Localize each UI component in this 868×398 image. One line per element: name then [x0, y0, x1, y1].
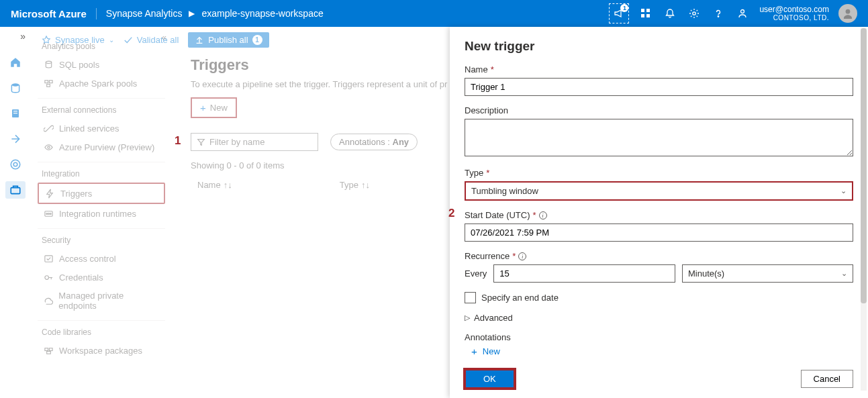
- start-date-label: Start Date (UTC): [465, 210, 530, 220]
- svg-point-5: [718, 16, 719, 17]
- nav-group-code: Code libraries: [42, 328, 165, 337]
- info-icon[interactable]: i: [539, 211, 547, 219]
- svg-rect-2: [641, 14, 644, 17]
- start-date-input[interactable]: [465, 223, 853, 242]
- svg-rect-18: [46, 84, 50, 87]
- ok-button[interactable]: OK: [465, 369, 515, 389]
- feedback-icon[interactable]: [735, 6, 750, 21]
- crumb-workspace[interactable]: example-synapse-workspace: [201, 8, 323, 19]
- access-control-icon: [43, 253, 54, 264]
- nav-workspace-packages[interactable]: Workspace packages: [38, 341, 165, 360]
- rail-integrate-icon[interactable]: [5, 130, 26, 148]
- annotation-new-button[interactable]: + New: [471, 346, 853, 357]
- svg-rect-27: [49, 348, 52, 350]
- callout-1: 1: [175, 134, 181, 148]
- user-info[interactable]: user@contoso.com CONTOSO, LTD.: [759, 5, 829, 21]
- svg-point-15: [46, 61, 51, 63]
- integration-runtimes-icon: [43, 208, 54, 219]
- description-label: Description: [465, 105, 508, 115]
- workspace-packages-icon: [43, 345, 54, 356]
- checkbox-icon[interactable]: [465, 292, 476, 303]
- unit-select[interactable]: Minute(s) ⌄: [682, 264, 853, 283]
- nav-spark-pools[interactable]: Apache Spark pools: [38, 74, 165, 93]
- filter-by-name-input[interactable]: Filter by name: [191, 133, 318, 151]
- annotations-filter[interactable]: Annotations : Any: [330, 134, 418, 150]
- cancel-button[interactable]: Cancel: [801, 370, 853, 388]
- every-input[interactable]: [493, 264, 675, 283]
- info-icon[interactable]: i: [518, 252, 526, 260]
- svg-point-22: [48, 213, 49, 214]
- nav-linked-services[interactable]: Linked services: [38, 119, 165, 138]
- nav-group-external: External connections: [42, 105, 165, 115]
- new-trigger-panel: New trigger Name * Description Type * Tu…: [450, 27, 868, 398]
- purview-icon: [43, 142, 54, 152]
- chevron-right-icon: ▶: [189, 9, 195, 18]
- svg-point-12: [11, 160, 20, 169]
- new-trigger-button[interactable]: + New: [191, 97, 237, 118]
- brand-title[interactable]: Microsoft Azure: [11, 8, 97, 19]
- avatar[interactable]: [838, 4, 857, 23]
- workspace: 1 2 3 Synapse live ⌄ Validate all Publis…: [0, 27, 868, 398]
- end-date-checkbox-row[interactable]: Specify an end date: [465, 292, 853, 303]
- nav-purview[interactable]: Azure Purview (Preview): [38, 138, 165, 156]
- nav-credentials[interactable]: Credentials: [38, 268, 165, 287]
- top-header: Microsoft Azure Synapse Analytics ▶ exam…: [0, 0, 868, 27]
- user-email: user@contoso.com: [759, 5, 829, 14]
- left-rail: »: [0, 27, 31, 398]
- svg-rect-16: [44, 80, 48, 83]
- announce-button[interactable]: 1: [609, 3, 629, 23]
- description-textarea[interactable]: [465, 119, 853, 156]
- notif-badge: 1: [620, 4, 628, 12]
- nav-group-analytics: Analytics pools: [42, 42, 165, 51]
- user-org: CONTOSO, LTD.: [759, 14, 829, 21]
- svg-point-8: [11, 83, 19, 87]
- name-input[interactable]: [465, 78, 853, 96]
- rail-manage-icon[interactable]: [5, 181, 26, 199]
- callout-2: 2: [448, 207, 454, 220]
- svg-point-7: [846, 9, 851, 14]
- chevron-right-icon: ▷: [465, 313, 470, 322]
- nav-group-integration: Integration: [42, 169, 165, 179]
- help-icon[interactable]: [711, 6, 726, 21]
- plus-icon: +: [200, 102, 206, 113]
- svg-point-13: [13, 162, 17, 166]
- svg-rect-10: [13, 111, 17, 111]
- svg-rect-0: [641, 9, 644, 12]
- nav-group-security: Security: [42, 236, 165, 245]
- type-label: Type: [465, 168, 483, 178]
- svg-point-19: [47, 146, 49, 148]
- recurrence-label: Recurrence: [465, 251, 510, 261]
- private-endpoints-icon: [43, 295, 53, 306]
- svg-rect-1: [646, 9, 650, 12]
- type-select[interactable]: Tumbling window ⌄: [465, 181, 853, 201]
- nav-sql-pools[interactable]: SQL pools: [38, 55, 165, 74]
- svg-point-6: [741, 10, 744, 13]
- gear-icon[interactable]: [687, 6, 702, 21]
- nav-collapse-icon[interactable]: «: [162, 32, 166, 42]
- svg-rect-26: [44, 348, 48, 350]
- rail-monitor-icon[interactable]: [5, 156, 26, 173]
- svg-point-21: [46, 213, 47, 214]
- col-name[interactable]: Name↑↓: [197, 180, 232, 190]
- bell-icon[interactable]: [663, 6, 677, 21]
- panel-scrollbar[interactable]: [861, 28, 867, 391]
- nav-integration-runtimes[interactable]: Integration runtimes: [38, 204, 165, 223]
- megaphone-icon: 1: [612, 6, 626, 21]
- col-type[interactable]: Type↑↓: [340, 180, 370, 190]
- rail-data-icon[interactable]: [5, 79, 26, 97]
- nav-private-endpoints[interactable]: Managed private endpoints: [38, 287, 165, 315]
- crumb-service[interactable]: Synapse Analytics: [106, 8, 183, 19]
- nav-panel: « Analytics pools SQL pools Apache Spark…: [31, 27, 172, 398]
- nav-triggers[interactable]: Triggers: [38, 183, 165, 204]
- header-actions: 1 user@contoso.com CONTOSO, LTD.: [609, 3, 857, 23]
- rail-develop-icon[interactable]: [5, 105, 26, 122]
- advanced-toggle[interactable]: ▷ Advanced: [465, 313, 853, 323]
- nav-access-control[interactable]: Access control: [38, 249, 165, 268]
- spark-pools-icon: [43, 78, 54, 89]
- grid-icon[interactable]: [638, 6, 653, 21]
- sort-icon: ↑↓: [361, 180, 370, 190]
- rail-home-icon[interactable]: [5, 54, 26, 71]
- breadcrumb: Synapse Analytics ▶ example-synapse-work…: [106, 8, 324, 19]
- name-label: Name: [465, 64, 488, 74]
- rail-expand-icon[interactable]: »: [20, 31, 31, 42]
